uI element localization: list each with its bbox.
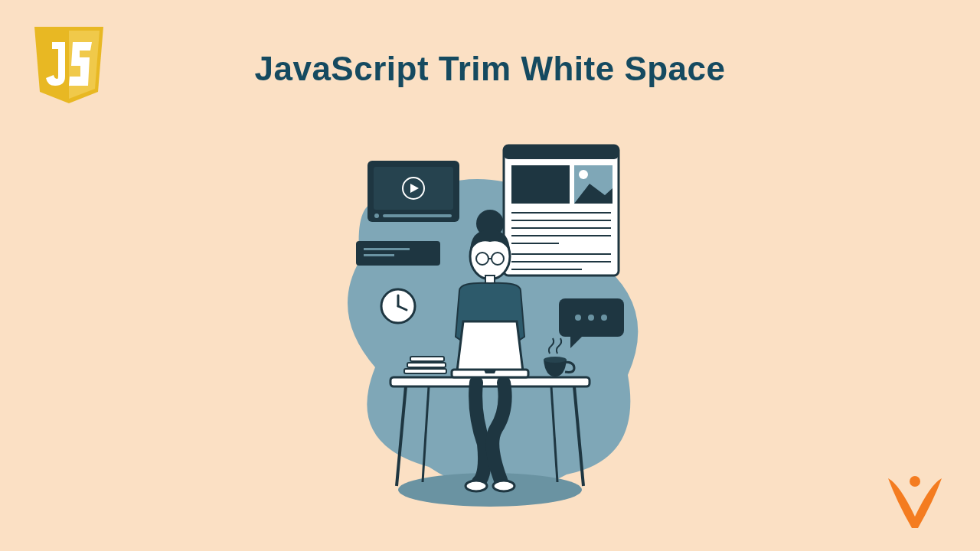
svg-rect-7 bbox=[364, 248, 410, 250]
svg-rect-5 bbox=[383, 214, 452, 217]
svg-rect-14 bbox=[511, 165, 570, 204]
svg-rect-8 bbox=[364, 254, 394, 256]
svg-rect-35 bbox=[407, 363, 446, 367]
svg-rect-36 bbox=[410, 357, 444, 361]
svg-point-26 bbox=[575, 315, 581, 321]
svg-point-28 bbox=[601, 315, 607, 321]
svg-point-16 bbox=[579, 170, 588, 179]
brand-logo-icon bbox=[884, 471, 946, 532]
svg-point-47 bbox=[910, 476, 920, 487]
clock-icon bbox=[381, 289, 415, 323]
svg-rect-29 bbox=[390, 377, 590, 386]
svg-rect-6 bbox=[356, 241, 440, 266]
svg-point-45 bbox=[493, 481, 514, 491]
svg-rect-34 bbox=[404, 369, 446, 373]
svg-point-37 bbox=[544, 357, 567, 363]
books-icon bbox=[404, 357, 446, 373]
svg-point-0 bbox=[398, 473, 582, 507]
browser-window-icon bbox=[504, 145, 619, 276]
svg-point-44 bbox=[466, 481, 487, 491]
laptop-icon bbox=[452, 321, 528, 377]
svg-rect-12 bbox=[504, 145, 619, 276]
page-title: JavaScript Trim White Space bbox=[0, 50, 980, 88]
caption-bar-icon bbox=[356, 241, 440, 266]
video-player-icon bbox=[368, 161, 459, 222]
svg-point-4 bbox=[374, 214, 379, 218]
svg-point-27 bbox=[588, 315, 594, 321]
main-illustration bbox=[306, 138, 674, 520]
svg-rect-13 bbox=[504, 145, 619, 159]
